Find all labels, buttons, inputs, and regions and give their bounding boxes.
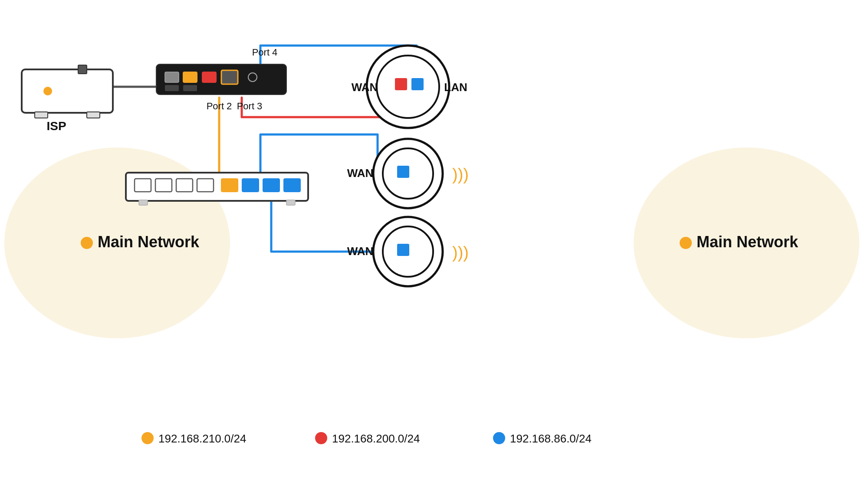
svg-rect-16 [135, 179, 151, 192]
ap-middle-wan-port [397, 166, 409, 178]
svg-rect-19 [197, 179, 214, 192]
legend-yellow-text: 192.168.210.0/24 [158, 432, 246, 445]
svg-rect-23 [284, 179, 300, 192]
bottom-switch [126, 173, 308, 205]
svg-rect-7 [183, 72, 197, 82]
svg-point-1 [43, 87, 52, 95]
svg-rect-2 [78, 65, 87, 74]
svg-rect-15 [286, 200, 295, 205]
svg-rect-12 [183, 85, 197, 91]
ap-middle-wan-label: WAN [347, 167, 374, 180]
legend-blue-dot [493, 432, 505, 444]
isp-label: ISP [46, 119, 66, 133]
svg-rect-4 [87, 112, 100, 118]
svg-rect-20 [221, 179, 238, 192]
svg-rect-13 [126, 173, 308, 201]
svg-rect-21 [242, 179, 259, 192]
left-network-label: Main Network [98, 233, 200, 251]
isp-device [22, 65, 113, 118]
legend-red-dot [315, 432, 327, 444]
svg-rect-22 [263, 179, 279, 192]
svg-rect-8 [202, 72, 216, 82]
svg-rect-18 [176, 179, 193, 192]
ap-middle-wifi-icon: ))) [452, 165, 469, 183]
svg-rect-0 [22, 69, 113, 113]
svg-rect-14 [139, 200, 148, 205]
legend-red-text: 192.168.200.0/24 [332, 432, 420, 445]
network-diagram: ISP Port 2 Port 3 Port 4 [0, 0, 868, 498]
router-wan-label: WAN [352, 81, 378, 94]
svg-rect-3 [35, 112, 48, 118]
svg-rect-6 [165, 72, 179, 82]
left-network-dot [81, 237, 93, 249]
svg-rect-17 [155, 179, 172, 192]
port2-label: Port 2 [207, 101, 232, 111]
right-network-label: Main Network [697, 233, 799, 251]
svg-rect-11 [165, 85, 179, 91]
right-network-dot [680, 237, 692, 249]
ap-bottom-wan-label: WAN [347, 245, 374, 258]
legend-yellow-dot [141, 432, 154, 444]
router-lan-port [411, 78, 424, 90]
svg-rect-9 [221, 70, 238, 84]
router-inner-circle [377, 56, 439, 118]
top-switch [156, 64, 286, 95]
ap-bottom-wan-port [397, 244, 409, 256]
router-wan-port [395, 78, 407, 90]
port4-label: Port 4 [252, 47, 278, 58]
ap-bottom-wifi-icon: ))) [452, 243, 469, 262]
legend-blue-text: 192.168.86.0/24 [510, 432, 592, 445]
router-lan-label: LAN [444, 81, 467, 94]
port3-label: Port 3 [237, 101, 263, 111]
